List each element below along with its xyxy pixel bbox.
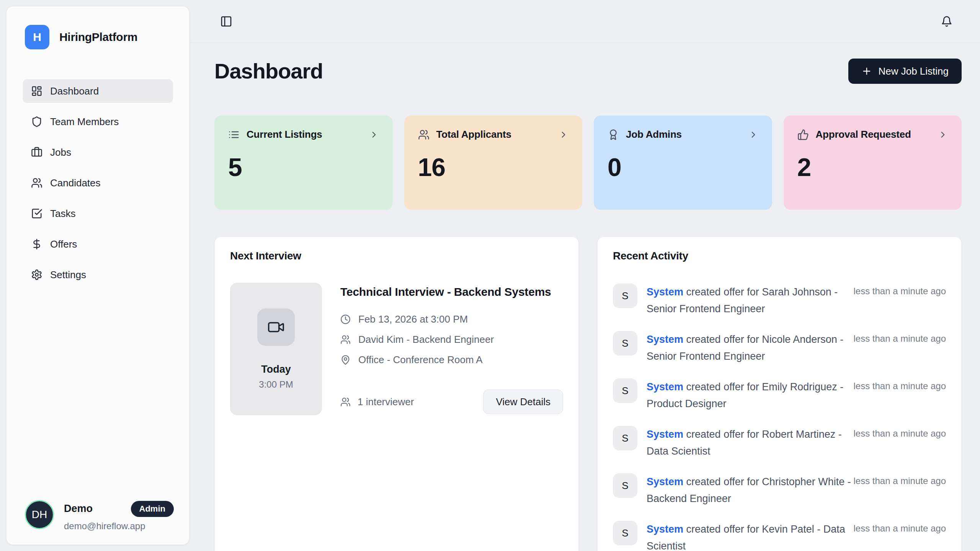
activity-actor-link[interactable]: System xyxy=(647,381,683,393)
stats-grid: Current Listings 5 Total Applicants 16 xyxy=(214,116,962,210)
map-pin-icon xyxy=(340,355,351,365)
stat-label: Current Listings xyxy=(247,129,322,140)
brand-logo: H xyxy=(25,25,49,49)
stat-card-total-applicants[interactable]: Total Applicants 16 xyxy=(404,116,583,210)
chevron-right-icon[interactable] xyxy=(748,130,758,140)
stat-label: Job Admins xyxy=(626,129,682,140)
stat-label: Total Applicants xyxy=(436,129,511,140)
user-email: demo@hireflow.app xyxy=(64,521,174,531)
briefcase-icon xyxy=(31,147,42,158)
interview-datetime-row: Feb 13, 2026 at 3:00 PM xyxy=(340,313,563,325)
view-details-button[interactable]: View Details xyxy=(483,390,563,414)
interview-thumbnail: Today 3:00 PM xyxy=(230,283,322,415)
notifications-button[interactable] xyxy=(941,16,952,27)
content: Dashboard New Job Listing Current Listin… xyxy=(189,58,980,551)
sidebar: H HiringPlatform Dashboard Team Members … xyxy=(6,6,189,545)
stat-card-job-admins[interactable]: Job Admins 0 xyxy=(594,116,772,210)
user-name: Demo xyxy=(64,503,93,515)
users-icon xyxy=(340,334,351,345)
bell-icon xyxy=(941,16,952,27)
sidebar-item-jobs[interactable]: Jobs xyxy=(23,140,173,164)
chevron-right-icon[interactable] xyxy=(559,130,568,140)
award-icon xyxy=(608,129,619,140)
activity-avatar: S xyxy=(613,284,637,308)
gear-icon xyxy=(31,269,42,280)
activity-actor-link[interactable]: System xyxy=(647,523,683,535)
panel-left-icon xyxy=(220,15,232,28)
page-title: Dashboard xyxy=(214,58,323,84)
activity-timestamp: less than a minute ago xyxy=(854,331,946,344)
sidebar-item-offers[interactable]: Offers xyxy=(23,232,173,256)
activity-avatar: S xyxy=(613,378,637,403)
activity-timestamp: less than a minute ago xyxy=(854,378,946,391)
next-interview-title: Next Interview xyxy=(230,250,563,262)
main-area: Dashboard New Job Listing Current Listin… xyxy=(189,0,980,551)
user-meta: Demo Admin demo@hireflow.app xyxy=(64,500,174,531)
sidebar-item-label: Tasks xyxy=(50,208,75,220)
list-icon xyxy=(228,129,240,140)
sidebar-item-candidates[interactable]: Candidates xyxy=(23,171,173,195)
users-icon xyxy=(418,129,430,140)
layout-dashboard-icon xyxy=(31,85,42,97)
stat-card-approval-requested[interactable]: Approval Requested 2 xyxy=(784,116,962,210)
chevron-right-icon[interactable] xyxy=(369,130,379,140)
role-badge: Admin xyxy=(131,501,174,517)
activity-item: S System created offer for Robert Martin… xyxy=(613,426,946,460)
sidebar-item-label: Candidates xyxy=(50,177,101,189)
sidebar-item-label: Offers xyxy=(50,238,77,250)
activity-avatar: S xyxy=(613,331,637,355)
sidebar-item-team-members[interactable]: Team Members xyxy=(23,110,173,134)
square-check-icon xyxy=(31,208,42,219)
activity-actor-link[interactable]: System xyxy=(647,286,683,298)
interview-day: Today xyxy=(261,364,291,375)
sidebar-user[interactable]: DH Demo Admin demo@hireflow.app xyxy=(25,500,174,531)
activity-item: S System created offer for Emily Rodrigu… xyxy=(613,378,946,412)
activity-item: S System created offer for Sarah Johnson… xyxy=(613,284,946,317)
next-interview-panel: Next Interview Today 3:00 PM Technical I… xyxy=(214,236,579,551)
stat-label: Approval Requested xyxy=(816,129,911,140)
avatar: DH xyxy=(25,500,54,529)
sidebar-item-tasks[interactable]: Tasks xyxy=(23,202,173,225)
interviewer-count: 1 interviewer xyxy=(340,396,414,408)
thumbs-up-icon xyxy=(797,129,809,140)
activity-timestamp: less than a minute ago xyxy=(854,473,946,486)
chevron-right-icon[interactable] xyxy=(938,130,948,140)
brand: H HiringPlatform xyxy=(7,7,189,49)
avatar-initials: DH xyxy=(32,509,47,521)
activity-item: S System created offer for Kevin Patel -… xyxy=(613,521,946,551)
dollar-icon xyxy=(31,238,42,250)
new-job-listing-button[interactable]: New Job Listing xyxy=(848,59,962,84)
activity-actor-link[interactable]: System xyxy=(647,476,683,487)
recent-activity-panel: Recent Activity S System created offer f… xyxy=(597,236,962,551)
activity-item: S System created offer for Christopher W… xyxy=(613,473,946,507)
interview-title: Technical Interview - Backend Systems xyxy=(340,283,563,301)
activity-timestamp: less than a minute ago xyxy=(854,284,946,297)
sidebar-toggle-button[interactable] xyxy=(220,15,232,28)
activity-timestamp: less than a minute ago xyxy=(854,521,946,534)
interview-location-row: Office - Conference Room A xyxy=(340,354,563,366)
sidebar-item-label: Team Members xyxy=(50,116,119,128)
activity-actor-link[interactable]: System xyxy=(647,429,683,440)
users-icon xyxy=(31,177,42,189)
activity-actor-link[interactable]: System xyxy=(647,334,683,345)
activity-timestamp: less than a minute ago xyxy=(854,426,946,439)
sidebar-item-settings[interactable]: Settings xyxy=(23,263,173,287)
activity-avatar: S xyxy=(613,473,637,498)
video-icon xyxy=(267,318,285,336)
brand-name: HiringPlatform xyxy=(59,31,137,44)
sidebar-item-dashboard[interactable]: Dashboard xyxy=(23,79,173,103)
stat-value: 0 xyxy=(608,153,758,182)
stat-value: 16 xyxy=(418,153,569,182)
video-icon-box xyxy=(257,308,295,346)
sidebar-item-label: Dashboard xyxy=(50,85,99,97)
users-icon xyxy=(340,397,351,407)
sidebar-nav: Dashboard Team Members Jobs Candidates T… xyxy=(7,79,189,287)
clock-icon xyxy=(340,314,351,324)
stat-card-current-listings[interactable]: Current Listings 5 xyxy=(214,116,393,210)
interview-time: 3:00 PM xyxy=(259,379,293,390)
activity-list: S System created offer for Sarah Johnson… xyxy=(613,284,946,551)
brand-logo-letter: H xyxy=(33,31,41,44)
shield-icon xyxy=(31,116,42,127)
activity-item: S System created offer for Nicole Anders… xyxy=(613,331,946,365)
activity-avatar: S xyxy=(613,426,637,450)
